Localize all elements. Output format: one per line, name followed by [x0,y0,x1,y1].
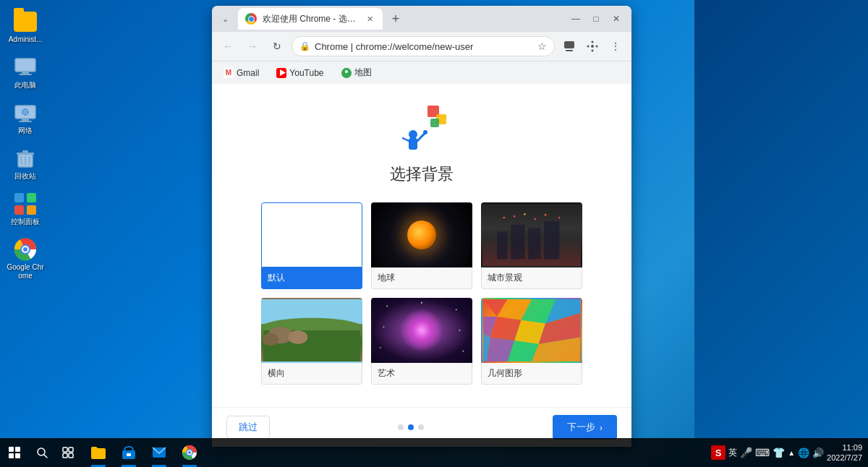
desktop-icon-label: 控制面板 [11,218,40,226]
skip-button[interactable]: 跳过 [226,416,270,439]
hero-illustration [386,98,458,156]
desktop-icon-label: 此电脑 [14,81,36,90]
extensions-button[interactable] [582,36,603,56]
address-bar[interactable]: 🔒 Chrome | chrome://welcome/new-user ☆ [292,36,555,56]
svg-point-44 [534,218,536,220]
chrome-desktop-icon [14,238,37,261]
next-label: 下一步 [567,421,595,434]
bg-label-geometric: 几何图形 [481,363,582,385]
desktop-icon-control[interactable]: 控制面板 [4,189,47,229]
bg-option-city[interactable]: 城市景观 [481,202,582,289]
bg-thumb-galaxy [371,298,472,363]
chrome-tab-active[interactable]: 欢迎使用 Chrome - 选择背景 ✕ [238,8,383,30]
tray-chevron-icon[interactable]: ▲ [788,449,795,457]
bookmark-star-icon[interactable]: ☆ [537,40,547,52]
bg-thumb-landscape [261,298,362,363]
forward-button[interactable]: → [242,36,263,56]
landscape-svg [263,299,361,361]
taskbar-tray: S 英 🎤 ⌨ 👕 ▲ 🌐 🔊 11:09 2022/7/27 [711,442,868,463]
menu-button[interactable]: ⋮ [605,36,626,56]
svg-point-61 [421,302,422,304]
svg-rect-38 [430,119,439,127]
svg-point-62 [383,326,384,327]
dot-2 [408,424,414,430]
page-title: 选择背景 [390,163,454,185]
bg-thumb-earth [371,202,472,267]
svg-rect-80 [63,453,67,458]
svg-point-26 [592,41,594,43]
next-button[interactable]: 下一步 › [553,415,617,440]
bg-label-galaxy: 艺术 [371,363,472,385]
tray-lang-icon: 英 [728,447,737,459]
chrome-toolbar: ← → ↻ 🔒 Chrome | chrome://welcome/new-us… [212,32,631,61]
network-icon [14,101,37,124]
tab-favicon [245,13,257,25]
bg-option-geometric[interactable]: 几何图形 [481,298,582,385]
bookmarks-bar: M Gmail YouTube 地图 [212,61,631,84]
taskbar-folder-icon[interactable] [84,438,113,467]
svg-rect-23 [564,41,574,48]
lock-icon: 🔒 [299,41,310,51]
tray-mic-icon: 🎤 [740,447,752,458]
tray-time[interactable]: 11:09 2022/7/27 [827,442,862,463]
refresh-button[interactable]: ↻ [267,36,287,56]
network-tray-icon: 🌐 [798,447,809,458]
taskbar-search-button[interactable] [29,440,55,466]
desktop-icon-label: 回收站 [14,172,36,181]
desktop-icon-label: Administ... [9,35,43,44]
svg-rect-5 [19,121,32,122]
svg-point-56 [263,333,278,346]
desktop-icon-network[interactable]: 网络 [4,98,47,138]
task-view-icon [62,447,74,458]
svg-point-46 [558,217,561,219]
folder-taskbar-icon [90,445,106,460]
search-icon [36,447,48,458]
bookmark-gmail[interactable]: M Gmail [218,65,265,81]
chrome-taskbar-icon [182,445,197,460]
back-button[interactable]: ← [218,36,238,56]
svg-point-43 [524,213,526,215]
youtube-icon [276,68,286,78]
svg-line-12 [21,156,22,165]
svg-rect-47 [497,231,507,259]
tab-close-button[interactable]: ✕ [364,13,375,25]
bg-option-earth[interactable]: 地球 [371,202,472,289]
svg-rect-15 [14,193,24,202]
bg-option-landscape[interactable]: 横向 [261,298,362,385]
svg-point-59 [380,347,381,348]
svg-point-28 [587,46,590,48]
tray-keyboard-icon: ⌨ [755,447,770,458]
new-tab-button[interactable]: + [386,9,406,29]
start-button[interactable] [0,438,29,467]
bookmark-youtube[interactable]: YouTube [271,65,329,81]
svg-rect-11 [22,150,28,153]
tray-s-icon[interactable]: S [711,445,726,460]
taskbar-mail-icon[interactable] [145,438,174,467]
earth-glow [407,220,436,249]
desktop-icon-recycle[interactable]: 回收站 [4,144,47,184]
desktop-icon-administrator[interactable]: Administ... [4,7,47,47]
bg-thumb-geometric [481,298,582,363]
svg-point-55 [289,330,308,344]
city-svg [482,204,581,266]
minimize-button[interactable]: — [566,9,585,28]
bg-option-default[interactable]: 默认 [261,202,362,289]
taskbar-store-icon[interactable] [114,438,143,467]
svg-point-60 [462,351,464,352]
svg-rect-18 [27,205,36,215]
chrome-window: ⌄ 欢迎使用 Chrome - 选择背景 ✕ + — □ ✕ ← → ↻ [212,6,631,447]
minimize-icon[interactable]: ⌄ [218,12,232,26]
maximize-button[interactable]: □ [587,9,605,28]
bookmark-maps[interactable]: 地图 [336,64,378,82]
task-view-button[interactable] [55,440,81,466]
taskbar-chrome-icon[interactable] [175,438,204,467]
svg-rect-0 [15,59,35,72]
desktop-icon-chrome[interactable]: Google Chrome [4,235,47,283]
svg-rect-79 [69,447,73,452]
close-button[interactable]: ✕ [607,9,626,28]
svg-rect-78 [63,447,67,452]
desktop-icon-computer[interactable]: 此电脑 [4,53,47,93]
profile-button[interactable] [559,36,579,56]
bg-option-galaxy[interactable]: 艺术 [371,298,472,385]
windows-logo-icon [9,447,20,458]
